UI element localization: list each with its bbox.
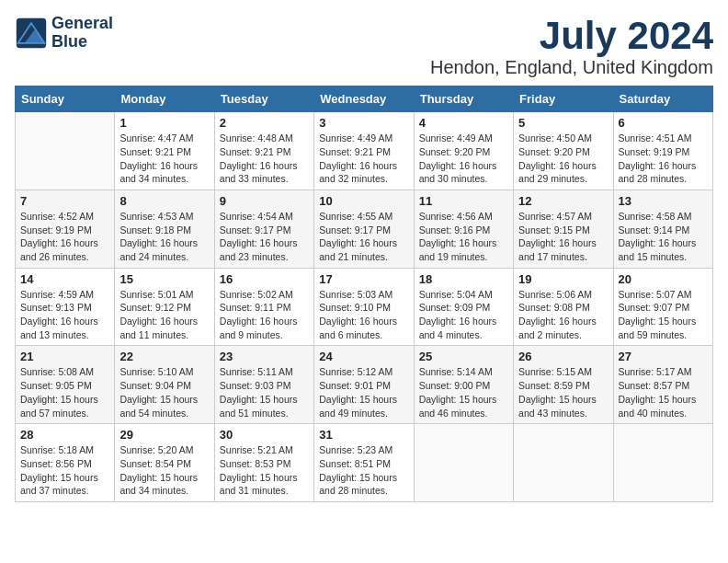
calendar-cell: 3Sunrise: 4:49 AM Sunset: 9:21 PM Daylig… <box>314 112 414 190</box>
calendar-cell: 15Sunrise: 5:01 AM Sunset: 9:12 PM Dayli… <box>115 268 214 346</box>
calendar-cell: 4Sunrise: 4:49 AM Sunset: 9:20 PM Daylig… <box>414 112 513 190</box>
calendar-cell: 1Sunrise: 4:47 AM Sunset: 9:21 PM Daylig… <box>115 112 214 190</box>
day-number: 6 <box>619 116 708 130</box>
day-number: 29 <box>119 428 209 442</box>
calendar-cell: 14Sunrise: 4:59 AM Sunset: 9:13 PM Dayli… <box>16 268 115 346</box>
calendar-week-row: 1Sunrise: 4:47 AM Sunset: 9:21 PM Daylig… <box>16 112 713 190</box>
logo-icon <box>15 17 48 50</box>
day-number: 22 <box>119 350 209 363</box>
cell-details: Sunrise: 5:12 AM Sunset: 9:01 PM Dayligh… <box>319 365 408 419</box>
cell-details: Sunrise: 4:58 AM Sunset: 9:14 PM Dayligh… <box>619 210 708 264</box>
day-number: 9 <box>220 194 309 208</box>
calendar-cell: 2Sunrise: 4:48 AM Sunset: 9:21 PM Daylig… <box>214 112 313 190</box>
day-number: 23 <box>220 350 309 363</box>
day-number: 14 <box>20 272 109 286</box>
day-header: Saturday <box>613 86 712 112</box>
calendar-cell: 17Sunrise: 5:03 AM Sunset: 9:10 PM Dayli… <box>314 268 414 346</box>
cell-details: Sunrise: 5:14 AM Sunset: 9:00 PM Dayligh… <box>419 365 508 419</box>
calendar-cell: 10Sunrise: 4:55 AM Sunset: 9:17 PM Dayli… <box>314 190 414 268</box>
day-header: Monday <box>115 86 214 112</box>
day-number: 17 <box>319 272 408 286</box>
day-number: 19 <box>518 272 608 286</box>
calendar-cell: 24Sunrise: 5:12 AM Sunset: 9:01 PM Dayli… <box>314 346 414 424</box>
day-number: 28 <box>20 428 109 442</box>
calendar-cell: 30Sunrise: 5:21 AM Sunset: 8:53 PM Dayli… <box>214 424 313 502</box>
cell-details: Sunrise: 5:10 AM Sunset: 9:04 PM Dayligh… <box>119 365 209 419</box>
day-number: 24 <box>319 350 408 363</box>
day-header: Sunday <box>16 86 115 112</box>
day-number: 11 <box>419 194 508 208</box>
header: GeneralBlue July 2024 Hendon, England, U… <box>15 15 713 78</box>
day-number: 27 <box>619 350 708 363</box>
day-header: Wednesday <box>314 86 414 112</box>
cell-details: Sunrise: 4:59 AM Sunset: 9:13 PM Dayligh… <box>20 288 109 342</box>
calendar-cell: 27Sunrise: 5:17 AM Sunset: 8:57 PM Dayli… <box>613 346 712 424</box>
cell-details: Sunrise: 4:49 AM Sunset: 9:20 PM Dayligh… <box>419 132 508 186</box>
cell-details: Sunrise: 5:18 AM Sunset: 8:56 PM Dayligh… <box>20 443 109 498</box>
cell-details: Sunrise: 4:56 AM Sunset: 9:16 PM Dayligh… <box>419 210 508 264</box>
calendar-week-row: 7Sunrise: 4:52 AM Sunset: 9:19 PM Daylig… <box>16 190 713 268</box>
cell-details: Sunrise: 4:47 AM Sunset: 9:21 PM Dayligh… <box>119 132 209 186</box>
cell-details: Sunrise: 5:08 AM Sunset: 9:05 PM Dayligh… <box>20 365 109 419</box>
cell-details: Sunrise: 5:04 AM Sunset: 9:09 PM Dayligh… <box>419 288 508 342</box>
calendar-cell: 29Sunrise: 5:20 AM Sunset: 8:54 PM Dayli… <box>115 424 214 502</box>
day-number: 12 <box>518 194 608 208</box>
day-number: 7 <box>20 194 109 208</box>
calendar-cell: 19Sunrise: 5:06 AM Sunset: 9:08 PM Dayli… <box>514 268 613 346</box>
calendar-cell: 28Sunrise: 5:18 AM Sunset: 8:56 PM Dayli… <box>16 424 115 502</box>
calendar-cell: 22Sunrise: 5:10 AM Sunset: 9:04 PM Dayli… <box>115 346 214 424</box>
day-number: 13 <box>619 194 708 208</box>
calendar-cell <box>16 112 115 190</box>
cell-details: Sunrise: 5:17 AM Sunset: 8:57 PM Dayligh… <box>619 365 708 419</box>
day-header: Thursday <box>414 86 513 112</box>
day-number: 25 <box>419 350 508 363</box>
calendar-table: SundayMondayTuesdayWednesdayThursdayFrid… <box>15 86 713 502</box>
day-number: 20 <box>619 272 708 286</box>
logo: GeneralBlue <box>15 15 113 52</box>
calendar-body: 1Sunrise: 4:47 AM Sunset: 9:21 PM Daylig… <box>16 112 713 502</box>
cell-details: Sunrise: 4:51 AM Sunset: 9:19 PM Dayligh… <box>619 132 708 186</box>
day-number: 31 <box>319 428 408 442</box>
day-number: 3 <box>319 116 408 130</box>
calendar-week-row: 14Sunrise: 4:59 AM Sunset: 9:13 PM Dayli… <box>16 268 713 346</box>
day-number: 21 <box>20 350 109 363</box>
day-header: Tuesday <box>214 86 313 112</box>
calendar-cell: 18Sunrise: 5:04 AM Sunset: 9:09 PM Dayli… <box>414 268 513 346</box>
calendar-cell: 25Sunrise: 5:14 AM Sunset: 9:00 PM Dayli… <box>414 346 513 424</box>
cell-details: Sunrise: 4:53 AM Sunset: 9:18 PM Dayligh… <box>119 210 209 264</box>
cell-details: Sunrise: 5:06 AM Sunset: 9:08 PM Dayligh… <box>518 288 608 342</box>
calendar-cell: 9Sunrise: 4:54 AM Sunset: 9:17 PM Daylig… <box>214 190 313 268</box>
calendar-cell: 23Sunrise: 5:11 AM Sunset: 9:03 PM Dayli… <box>214 346 313 424</box>
cell-details: Sunrise: 4:52 AM Sunset: 9:19 PM Dayligh… <box>20 210 109 264</box>
calendar-week-row: 28Sunrise: 5:18 AM Sunset: 8:56 PM Dayli… <box>16 424 713 502</box>
day-header: Friday <box>514 86 613 112</box>
cell-details: Sunrise: 4:48 AM Sunset: 9:21 PM Dayligh… <box>220 132 309 186</box>
cell-details: Sunrise: 5:03 AM Sunset: 9:10 PM Dayligh… <box>319 288 408 342</box>
logo-text: GeneralBlue <box>51 15 113 52</box>
cell-details: Sunrise: 5:23 AM Sunset: 8:51 PM Dayligh… <box>319 443 408 498</box>
calendar-cell: 26Sunrise: 5:15 AM Sunset: 8:59 PM Dayli… <box>514 346 613 424</box>
calendar-cell: 7Sunrise: 4:52 AM Sunset: 9:19 PM Daylig… <box>16 190 115 268</box>
day-number: 18 <box>419 272 508 286</box>
calendar-cell <box>414 424 513 502</box>
day-number: 4 <box>419 116 508 130</box>
cell-details: Sunrise: 4:55 AM Sunset: 9:17 PM Dayligh… <box>319 210 408 264</box>
day-number: 30 <box>220 428 309 442</box>
day-number: 10 <box>319 194 408 208</box>
day-number: 2 <box>220 116 309 130</box>
calendar-cell: 5Sunrise: 4:50 AM Sunset: 9:20 PM Daylig… <box>514 112 613 190</box>
cell-details: Sunrise: 4:49 AM Sunset: 9:21 PM Dayligh… <box>319 132 408 186</box>
day-number: 5 <box>518 116 608 130</box>
cell-details: Sunrise: 5:20 AM Sunset: 8:54 PM Dayligh… <box>119 443 209 498</box>
calendar-cell: 11Sunrise: 4:56 AM Sunset: 9:16 PM Dayli… <box>414 190 513 268</box>
day-number: 16 <box>220 272 309 286</box>
calendar-cell: 8Sunrise: 4:53 AM Sunset: 9:18 PM Daylig… <box>115 190 214 268</box>
calendar-week-row: 21Sunrise: 5:08 AM Sunset: 9:05 PM Dayli… <box>16 346 713 424</box>
day-number: 26 <box>518 350 608 363</box>
cell-details: Sunrise: 5:15 AM Sunset: 8:59 PM Dayligh… <box>518 365 608 419</box>
cell-details: Sunrise: 5:01 AM Sunset: 9:12 PM Dayligh… <box>119 288 209 342</box>
calendar-cell: 16Sunrise: 5:02 AM Sunset: 9:11 PM Dayli… <box>214 268 313 346</box>
calendar-cell: 21Sunrise: 5:08 AM Sunset: 9:05 PM Dayli… <box>16 346 115 424</box>
calendar-cell <box>514 424 613 502</box>
cell-details: Sunrise: 5:11 AM Sunset: 9:03 PM Dayligh… <box>220 365 309 419</box>
